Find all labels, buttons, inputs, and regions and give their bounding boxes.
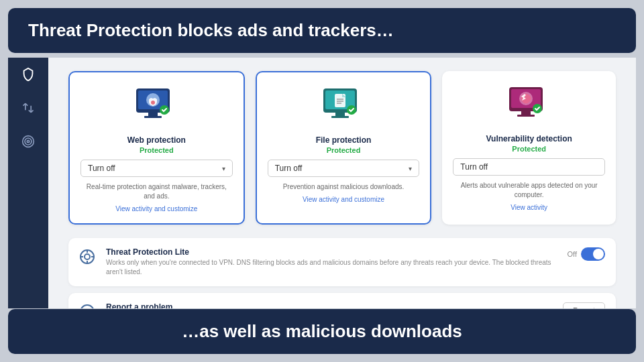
vulnerability-detection-status: Protected (512, 145, 546, 153)
svg-rect-6 (144, 116, 162, 118)
threat-protection-lite-action: Off (568, 247, 605, 261)
svg-point-2 (27, 140, 29, 142)
svg-rect-22 (517, 115, 535, 117)
main-content: Web protection Protected Turn off ▾ Real… (48, 58, 636, 308)
svg-rect-13 (331, 116, 349, 118)
report-problem-title: Report a problem (106, 302, 555, 308)
report-problem-section: Report a problem Something isn't working… (68, 293, 616, 308)
file-protection-turn-off-button[interactable]: Turn off ▾ (268, 160, 420, 177)
file-protection-turn-off-label: Turn off (275, 164, 303, 173)
threat-protection-lite-desc: Works only when you're connected to VPN.… (106, 258, 559, 277)
web-protection-title: Web protection (127, 135, 186, 145)
file-protection-description: Prevention against malicious downloads. (283, 182, 405, 192)
report-problem-action: Report (563, 302, 605, 308)
threat-protection-lite-toggle-label: Off (568, 250, 577, 258)
web-protection-chevron-icon: ▾ (222, 165, 225, 172)
vulnerability-detection-card: Vulnerability detection Protected Turn o… (442, 71, 616, 225)
threat-protection-lite-item: Threat Protection Lite Works only when y… (79, 247, 605, 277)
svg-point-26 (85, 254, 90, 259)
sidebar-shield-icon[interactable] (18, 64, 38, 84)
svg-rect-5 (148, 113, 158, 116)
svg-point-1 (25, 138, 32, 145)
vulnerability-detection-title: Vulnerability detection (486, 134, 572, 143)
bottom-banner-text: …as well as malicious downloads (28, 321, 616, 342)
threat-protection-lite-icon (79, 249, 98, 267)
file-protection-card: File protection Protected Turn off ▾ Pre… (256, 71, 432, 225)
web-protection-status: Protected (140, 146, 174, 154)
svg-point-31 (80, 305, 94, 308)
file-protection-view-activity-link[interactable]: View activity and customize (303, 196, 384, 203)
web-protection-image (129, 83, 183, 130)
svg-point-8 (151, 101, 155, 105)
web-protection-view-activity-link[interactable]: View activity and customize (115, 205, 197, 213)
sidebar (8, 58, 48, 308)
app-area: Web protection Protected Turn off ▾ Real… (8, 58, 636, 308)
threat-protection-lite-toggle[interactable] (581, 247, 605, 261)
vulnerability-detection-description: Alerts about vulnerable apps detected on… (453, 181, 605, 200)
sidebar-arrows-icon[interactable] (18, 98, 38, 118)
vulnerability-detection-view-activity-link[interactable]: View activity (511, 204, 547, 211)
web-protection-turn-off-button[interactable]: Turn off ▾ (80, 160, 233, 177)
file-protection-chevron-icon: ▾ (409, 165, 412, 172)
threat-protection-lite-title: Threat Protection Lite (106, 247, 559, 257)
web-protection-card: Web protection Protected Turn off ▾ Real… (68, 71, 245, 225)
vulnerability-detection-turn-off-button[interactable]: Turn off (453, 158, 605, 176)
top-banner: Threat Protection blocks ads and tracker… (8, 8, 636, 53)
file-protection-title: File protection (316, 135, 372, 145)
top-banner-text: Threat Protection blocks ads and tracker… (28, 20, 616, 41)
svg-rect-12 (335, 113, 345, 116)
report-problem-text: Report a problem Something isn't working… (106, 302, 555, 308)
cards-row: Web protection Protected Turn off ▾ Real… (68, 71, 616, 225)
report-problem-item: Report a problem Something isn't working… (79, 302, 605, 308)
file-protection-status: Protected (327, 146, 361, 154)
report-problem-icon (79, 304, 98, 308)
bottom-banner: …as well as malicious downloads (8, 309, 636, 354)
vulnerability-detection-image (502, 82, 556, 129)
report-button[interactable]: Report (563, 302, 605, 308)
threat-protection-lite-text: Threat Protection Lite Works only when y… (106, 247, 559, 277)
file-protection-image (317, 83, 370, 130)
web-protection-turn-off-label: Turn off (88, 164, 115, 173)
web-protection-description: Real-time protection against malware, tr… (80, 182, 233, 201)
sidebar-target-icon[interactable] (18, 131, 38, 152)
svg-rect-21 (521, 111, 531, 115)
vulnerability-detection-turn-off-label: Turn off (460, 162, 488, 172)
threat-protection-lite-section: Threat Protection Lite Works only when y… (68, 238, 616, 286)
